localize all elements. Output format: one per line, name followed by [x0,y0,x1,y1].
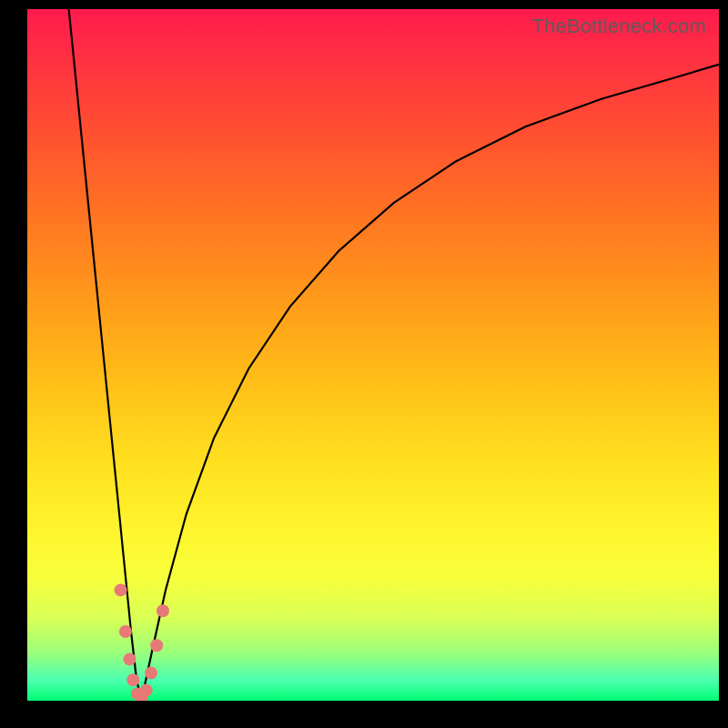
valley-marker [145,667,157,680]
valley-marker [157,604,169,617]
valley-marker [123,652,136,665]
valley-marker [119,625,132,638]
valley-marker [126,673,139,686]
valley-marker [150,639,163,652]
curve-left-branch [69,9,142,701]
plot-area: TheBottleneck.com [27,9,719,701]
valley-markers [115,583,169,701]
valley-marker [140,684,153,697]
curves-layer [27,9,719,701]
chart-frame: TheBottleneck.com [0,0,728,728]
curve-right-branch [141,65,719,701]
valley-marker [115,583,127,596]
